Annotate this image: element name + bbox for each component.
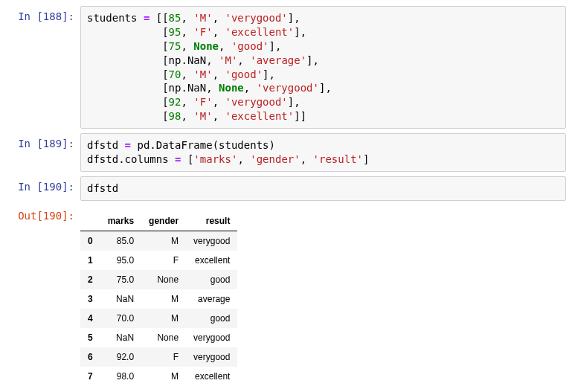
- df-cell: F: [141, 347, 186, 367]
- df-cell: 75.0: [100, 270, 141, 289]
- code-input-190[interactable]: dfstd: [80, 176, 566, 201]
- table-row: 275.0Nonegood: [80, 270, 237, 289]
- in-prompt-190: In [190]:: [0, 176, 80, 193]
- df-cell: F: [141, 251, 186, 270]
- code-input-188[interactable]: students = [[85, 'M', 'verygood'], [95, …: [80, 6, 566, 129]
- df-cell: average: [186, 289, 237, 309]
- in-prompt-189: In [189]:: [0, 133, 80, 150]
- df-cell: 70.0: [100, 309, 141, 328]
- df-cell: 92.0: [100, 347, 141, 367]
- df-cell: 85.0: [100, 231, 141, 251]
- df-cell: M: [141, 289, 186, 309]
- df-cell: verygood: [186, 231, 237, 251]
- out-prompt-190: Out[190]:: [0, 205, 80, 222]
- df-cell: excellent: [186, 251, 237, 270]
- df-cell: 98.0: [100, 367, 141, 386]
- df-row-index: 7: [80, 367, 100, 386]
- df-col-header: result: [186, 211, 237, 231]
- table-row: 692.0Fverygood: [80, 347, 237, 367]
- df-cell: 95.0: [100, 251, 141, 270]
- code-input-189[interactable]: dfstd = pd.DataFrame(students) dfstd.col…: [80, 133, 566, 172]
- dataframe-output: marksgenderresult085.0Mverygood195.0Fexc…: [80, 205, 566, 386]
- df-row-index: 1: [80, 251, 100, 270]
- table-row: 3NaNMaverage: [80, 289, 237, 309]
- df-cell: M: [141, 231, 186, 251]
- df-row-index: 3: [80, 289, 100, 309]
- df-cell: good: [186, 270, 237, 289]
- df-row-index: 0: [80, 231, 100, 251]
- code-cell-188: In [188]: students = [[85, 'M', 'verygoo…: [0, 6, 566, 129]
- df-corner: [80, 211, 100, 231]
- df-row-index: 4: [80, 309, 100, 328]
- df-cell: M: [141, 367, 186, 386]
- table-row: 195.0Fexcellent: [80, 251, 237, 270]
- df-col-header: marks: [100, 211, 141, 231]
- df-cell: None: [141, 270, 186, 289]
- df-cell: None: [141, 328, 186, 347]
- table-row: 798.0Mexcellent: [80, 367, 237, 386]
- table-row: 470.0Mgood: [80, 309, 237, 328]
- code-cell-189: In [189]: dfstd = pd.DataFrame(students)…: [0, 133, 566, 172]
- table-row: 085.0Mverygood: [80, 231, 237, 251]
- df-cell: good: [186, 309, 237, 328]
- df-cell: excellent: [186, 367, 237, 386]
- df-cell: verygood: [186, 328, 237, 347]
- dataframe-table: marksgenderresult085.0Mverygood195.0Fexc…: [80, 211, 237, 386]
- in-prompt-188: In [188]:: [0, 6, 80, 22]
- df-row-index: 5: [80, 328, 100, 347]
- df-cell: NaN: [100, 289, 141, 309]
- df-cell: verygood: [186, 347, 237, 367]
- df-cell: NaN: [100, 328, 141, 347]
- df-row-index: 2: [80, 270, 100, 289]
- code-cell-190: In [190]: dfstd: [0, 176, 566, 201]
- output-cell-190: Out[190]: marksgenderresult085.0Mverygoo…: [0, 205, 566, 386]
- df-cell: M: [141, 309, 186, 328]
- df-row-index: 6: [80, 347, 100, 367]
- table-row: 5NaNNoneverygood: [80, 328, 237, 347]
- df-col-header: gender: [141, 211, 186, 231]
